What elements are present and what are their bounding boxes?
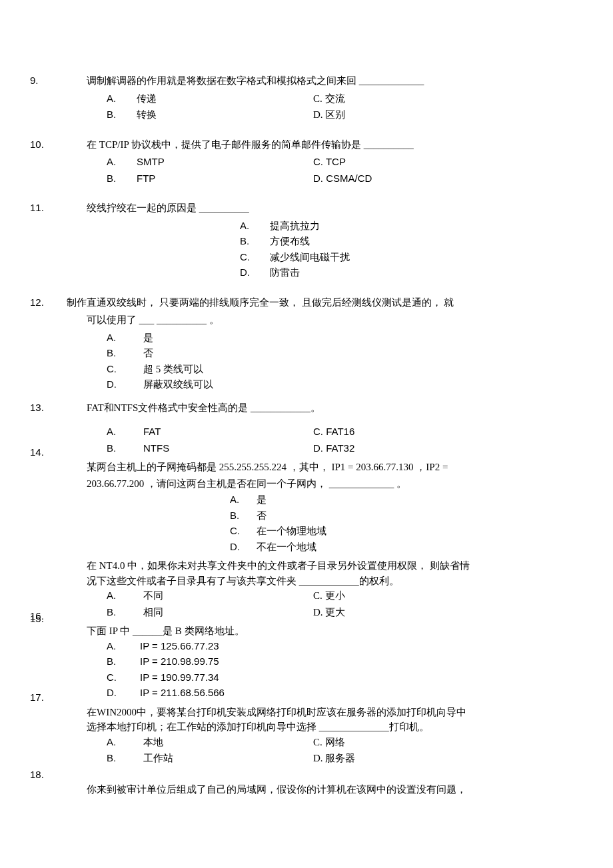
question-number: 9. [30, 73, 39, 89]
options: A.是 B.否 C.超 5 类线可以 D.屏蔽双绞线可以 [67, 330, 546, 392]
option-label-c: C. [107, 670, 140, 685]
option-label-a: A. [107, 735, 143, 750]
question-stem: 绞线拧绞在一起的原因是 __________ [67, 201, 546, 216]
question-stem: FAT和NTFS文件格式中安全性高的是 ____________。 [67, 400, 546, 416]
option-a: 本地 [143, 735, 163, 750]
option-d: 屏蔽双绞线可以 [143, 377, 213, 392]
question-number: 18. [30, 767, 44, 783]
option-d: D. CSMA/CD [313, 171, 372, 187]
options: A. 传递 C. 交流 B. 转换 D. 区别 [67, 91, 546, 123]
question-14: 14. 某两台主机上的子网掩码都是 255.255.255.224 ，其中， I… [67, 460, 546, 554]
option-c: 减少线间电磁干扰 [270, 250, 350, 265]
options: A.是 B.否 C.在一个物理地域 D.不在一个地域 [67, 492, 546, 554]
option-b: 否 [257, 508, 267, 524]
question-number: 10. [30, 137, 44, 153]
question-stem-line1: 在 NT4.0 中，如果你未对共享文件夹中的文件或者子目录另外设置使用权限， 则… [67, 558, 546, 574]
question-stem: 下面 IP 中 ______是 B 类网络地址。 [67, 624, 546, 639]
options: A. 本地 C. 网络 B. 工作站 D. 服务器 [67, 735, 546, 766]
option-b: 工作站 [143, 751, 173, 766]
question-number: 16. [30, 609, 44, 624]
option-label-a: A. [107, 330, 143, 346]
question-9: 9. 调制解调器的作用就是将数据在数字格式和模拟格式之间来回 _________… [67, 73, 546, 123]
option-b: FTP [137, 171, 155, 187]
option-label-b: B. [107, 346, 143, 361]
question-stem-line2: 可以使用了 ___ __________ 。 [67, 312, 546, 328]
option-c: C. 更小 [313, 588, 345, 604]
option-label-b: B. [230, 508, 257, 524]
question-stem: 调制解调器的作用就是将数据在数字格式和模拟格式之间来回 ____________… [67, 73, 546, 89]
option-a: 不同 [143, 588, 163, 604]
option-label-a: A. [107, 639, 140, 654]
option-d: 不在一个地域 [257, 540, 316, 555]
option-label-b: B. [107, 605, 143, 620]
option-label-b: B. [107, 171, 137, 187]
option-a: 传递 [137, 91, 157, 107]
question-17: 17. 在WIN2000中，要将某台打印机安装成网络打印机时应该在服务器的添加打… [67, 705, 546, 766]
option-c: C. 交流 [313, 91, 345, 107]
option-d: 防雷击 [270, 265, 300, 280]
option-label-d: D. [107, 685, 140, 701]
options: A. 不同 C. 更小 B. 相同 D. 更大 [67, 588, 546, 620]
option-label-c: C. [240, 250, 270, 265]
options: A. FAT C. FAT16 B. NTFS D. FAT32 [67, 424, 546, 456]
option-label-d: D. [107, 377, 143, 392]
question-12: 12. 制作直通双绞线时， 只要两端的排线顺序完全一致， 且做完后经测线仪测试是… [67, 295, 546, 392]
option-a: 是 [143, 330, 153, 346]
options: A. SMTP C. TCP B. FTP D. CSMA/CD [67, 155, 546, 186]
question-stem-line1: 某两台主机上的子网掩码都是 255.255.255.224 ，其中， IP1 =… [67, 460, 546, 475]
option-b: 方便布线 [270, 234, 310, 249]
option-label-b: B. [107, 751, 143, 766]
option-label-d: D. [240, 265, 270, 280]
option-a: 提高抗拉力 [270, 218, 320, 234]
options: A.IP = 125.66.77.23 B.IP = 210.98.99.75 … [67, 639, 546, 701]
question-15: 15. 在 NT4.0 中，如果你未对共享文件夹中的文件或者子目录另外设置使用权… [67, 558, 546, 620]
option-label-a: A. [240, 218, 270, 234]
option-b: IP = 210.98.99.75 [140, 654, 219, 669]
option-b: NTFS [143, 441, 169, 456]
option-b: 转换 [137, 107, 157, 123]
document-page: 9. 调制解调器的作用就是将数据在数字格式和模拟格式之间来回 _________… [0, 0, 613, 868]
option-label-b: B. [107, 654, 140, 669]
option-a: SMTP [137, 155, 165, 170]
option-c: C. TCP [313, 155, 346, 170]
option-d: D. 更大 [313, 605, 345, 620]
question-18: 18. 你来到被审计单位后组成了自己的局域网，假设你的计算机在该网中的设置没有问… [67, 782, 546, 797]
option-c: C. FAT16 [313, 424, 354, 440]
option-label-b: B. [240, 234, 270, 249]
question-stem-line1: 在WIN2000中，要将某台打印机安装成网络打印机时应该在服务器的添加打印机向导… [67, 705, 546, 720]
question-11: 11. 绞线拧绞在一起的原因是 __________ A.提高抗拉力 B.方便布… [67, 201, 546, 280]
option-c: 超 5 类线可以 [143, 362, 203, 377]
question-16: 16. 下面 IP 中 ______是 B 类网络地址。 A.IP = 125.… [67, 624, 546, 701]
option-label-a: A. [230, 492, 257, 508]
option-d: IP = 211.68.56.566 [140, 685, 225, 701]
question-10: 10. 在 TCP/IP 协议栈中，提供了电子邮件服务的简单邮件传输协是 ___… [67, 137, 546, 187]
option-label-c: C. [107, 362, 143, 377]
option-c: C. 网络 [313, 735, 345, 750]
question-number: 13. [30, 400, 44, 416]
option-label-a: A. [107, 91, 137, 107]
option-a: 是 [257, 492, 267, 508]
question-stem-line2: 况下这些文件或者子目录具有了与该共享文件夹 ____________的权利。 [67, 574, 546, 589]
option-label-a: A. [107, 588, 143, 604]
option-label-b: B. [107, 441, 143, 456]
option-a: FAT [143, 424, 161, 440]
question-stem-line2: 选择本地打印机；在工作站的添加打印机向导中选择 ______________打印… [67, 719, 546, 735]
question-stem: 你来到被审计单位后组成了自己的局域网，假设你的计算机在该网中的设置没有问题， [67, 782, 546, 797]
question-number: 14. [30, 445, 44, 460]
question-13: 13. FAT和NTFS文件格式中安全性高的是 ____________。 A.… [67, 400, 546, 456]
options: A.提高抗拉力 B.方便布线 C.减少线间电磁干扰 D.防雷击 [67, 218, 546, 280]
option-d: D. FAT32 [313, 441, 354, 456]
question-number: 11. [30, 201, 44, 216]
question-stem: 在 TCP/IP 协议栈中，提供了电子邮件服务的简单邮件传输协是 _______… [67, 137, 546, 153]
option-b: 相同 [143, 605, 163, 620]
option-a: IP = 125.66.77.23 [140, 639, 219, 654]
option-b: 否 [143, 346, 153, 361]
option-label-d: D. [230, 540, 257, 555]
option-label-a: A. [107, 155, 137, 170]
option-label-b: B. [107, 107, 137, 123]
question-stem-line2: 203.66.77.200 ，请问这两台主机是否在同一个子网内， _______… [67, 476, 546, 492]
option-c: IP = 190.99.77.34 [140, 670, 219, 685]
option-label-a: A. [107, 424, 143, 440]
option-c: 在一个物理地域 [257, 524, 326, 539]
question-number: 17. [30, 690, 44, 705]
